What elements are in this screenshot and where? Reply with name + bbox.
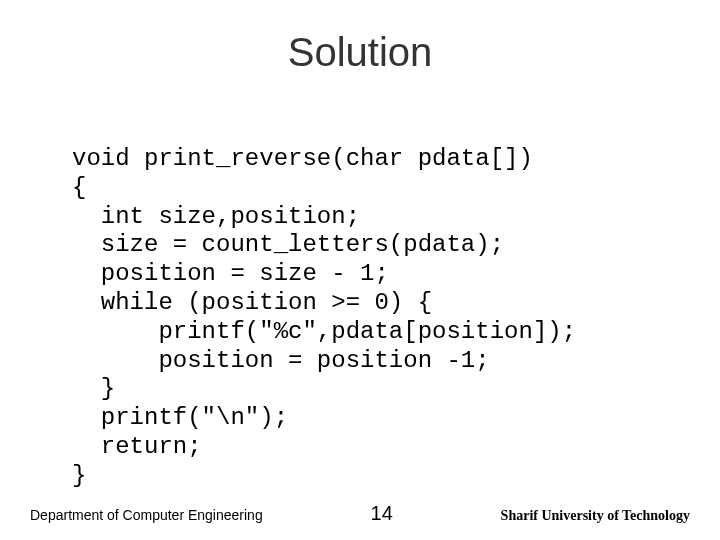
slide-title: Solution bbox=[0, 30, 720, 75]
footer-department: Department of Computer Engineering bbox=[30, 507, 263, 523]
footer: Department of Computer Engineering 14 Sh… bbox=[0, 502, 720, 525]
slide: Solution void print_reverse(char pdata[]… bbox=[0, 0, 720, 540]
footer-university: Sharif University of Technology bbox=[501, 508, 690, 524]
footer-page-number: 14 bbox=[371, 502, 393, 525]
code-block: void print_reverse(char pdata[]) { int s… bbox=[72, 145, 576, 491]
